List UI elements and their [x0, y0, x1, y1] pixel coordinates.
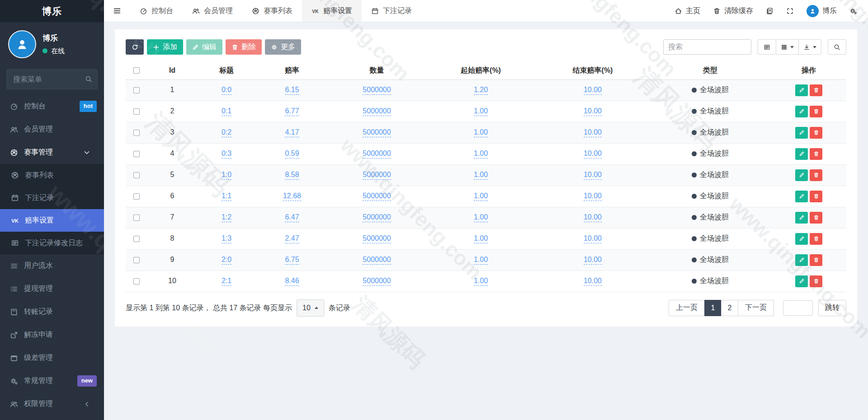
- editable-title[interactable]: 2:0: [222, 256, 231, 265]
- sidebar-item-general[interactable]: 常规管理new: [0, 369, 104, 392]
- sidebar-item-odds-settings[interactable]: 赔率设置: [0, 209, 104, 232]
- editable-odds[interactable]: 6.15: [285, 86, 299, 95]
- editable-end-odds[interactable]: 10.00: [584, 171, 602, 180]
- delete-row-button[interactable]: [810, 106, 822, 117]
- editable-end-odds[interactable]: 10.00: [584, 128, 602, 137]
- fullscreen-button[interactable]: [780, 0, 800, 22]
- user-menu[interactable]: 博乐: [800, 0, 843, 22]
- editable-title[interactable]: 0:0: [222, 86, 231, 95]
- editable-odds[interactable]: 8.58: [285, 171, 299, 180]
- tab-bet-records[interactable]: 下注记录: [362, 0, 421, 22]
- editable-start-odds[interactable]: 1.00: [474, 256, 488, 265]
- sidebar-item-console[interactable]: 控制台hot: [0, 95, 104, 118]
- sidebar-item-user-flow[interactable]: 用户流水: [0, 254, 104, 277]
- page-button-1[interactable]: 1: [704, 300, 722, 316]
- table-search-input[interactable]: [663, 39, 751, 55]
- editable-start-odds[interactable]: 1.00: [474, 107, 488, 116]
- edit-row-button[interactable]: [795, 233, 808, 245]
- search-button[interactable]: [828, 39, 846, 55]
- editable-quantity[interactable]: 5000000: [363, 149, 391, 159]
- sidebar-item-withdraw[interactable]: 提现管理: [0, 277, 104, 300]
- sidebar-item-members[interactable]: 会员管理: [0, 118, 104, 141]
- editable-end-odds[interactable]: 10.00: [584, 149, 602, 159]
- row-checkbox[interactable]: [133, 108, 140, 115]
- menu-search-input[interactable]: [6, 69, 98, 89]
- editable-start-odds[interactable]: 1.00: [474, 128, 488, 137]
- delete-row-button[interactable]: [810, 127, 822, 139]
- row-checkbox[interactable]: [133, 278, 140, 285]
- editable-title[interactable]: 0:2: [222, 128, 231, 137]
- delete-button[interactable]: 删除: [226, 39, 262, 55]
- edit-row-button[interactable]: [795, 148, 808, 160]
- delete-row-button[interactable]: [810, 233, 822, 245]
- editable-start-odds[interactable]: 1.20: [474, 86, 488, 95]
- editable-start-odds[interactable]: 1.00: [474, 277, 488, 286]
- editable-title[interactable]: 1:3: [222, 234, 231, 243]
- sidebar-toggle-button[interactable]: [104, 0, 130, 22]
- editable-start-odds[interactable]: 1.00: [474, 234, 488, 243]
- editable-end-odds[interactable]: 10.00: [584, 192, 602, 201]
- row-checkbox[interactable]: [133, 151, 140, 157]
- refresh-button[interactable]: [126, 39, 144, 55]
- editable-start-odds[interactable]: 1.00: [474, 192, 488, 201]
- sidebar-item-event-list[interactable]: 赛事列表: [0, 164, 104, 187]
- editable-quantity[interactable]: 5000000: [363, 213, 391, 222]
- editable-odds[interactable]: 6.47: [285, 213, 299, 222]
- edit-row-button[interactable]: [795, 191, 808, 202]
- sidebar-item-level[interactable]: 级差管理: [0, 346, 104, 369]
- clear-cache-link[interactable]: 清除缓存: [707, 0, 760, 22]
- row-checkbox[interactable]: [133, 257, 140, 263]
- edit-row-button[interactable]: [795, 127, 808, 139]
- next-page-button[interactable]: 下一页: [738, 300, 774, 316]
- editable-quantity[interactable]: 5000000: [363, 86, 391, 95]
- editable-quantity[interactable]: 5000000: [363, 277, 391, 286]
- editable-start-odds[interactable]: 1.00: [474, 149, 488, 159]
- editable-title[interactable]: 1:2: [222, 213, 231, 222]
- edit-row-button[interactable]: [795, 212, 808, 224]
- row-checkbox[interactable]: [133, 172, 140, 178]
- editable-title[interactable]: 1:1: [222, 192, 231, 201]
- edit-row-button[interactable]: [795, 275, 808, 287]
- editable-odds[interactable]: 6.77: [285, 107, 299, 116]
- export-button[interactable]: [798, 39, 821, 55]
- edit-row-button[interactable]: [795, 84, 808, 96]
- editable-odds[interactable]: 12.68: [283, 192, 301, 201]
- home-link[interactable]: 主页: [668, 0, 707, 22]
- add-button[interactable]: 添加: [147, 39, 183, 55]
- editable-odds[interactable]: 4.17: [285, 128, 299, 137]
- editable-end-odds[interactable]: 10.00: [584, 86, 602, 95]
- editable-quantity[interactable]: 5000000: [363, 171, 391, 180]
- user-avatar[interactable]: [8, 30, 36, 58]
- sidebar-item-events[interactable]: 赛事管理: [0, 141, 104, 164]
- editable-start-odds[interactable]: 1.00: [474, 213, 488, 222]
- tab-odds-settings[interactable]: 赔率设置: [302, 0, 362, 22]
- tab-members[interactable]: 会员管理: [183, 0, 242, 22]
- editable-end-odds[interactable]: 10.00: [584, 213, 602, 222]
- delete-row-button[interactable]: [810, 212, 822, 224]
- editable-start-odds[interactable]: 1.00: [474, 171, 488, 180]
- delete-row-button[interactable]: [810, 148, 822, 160]
- document-button[interactable]: [760, 0, 780, 22]
- delete-row-button[interactable]: [810, 254, 822, 266]
- delete-row-button[interactable]: [810, 275, 822, 287]
- tab-console[interactable]: 控制台: [130, 0, 183, 22]
- settings-button[interactable]: [843, 0, 863, 22]
- editable-end-odds[interactable]: 10.00: [584, 107, 602, 116]
- editable-quantity[interactable]: 5000000: [363, 128, 391, 137]
- delete-row-button[interactable]: [810, 191, 822, 202]
- edit-button[interactable]: 编辑: [186, 39, 222, 55]
- editable-quantity[interactable]: 5000000: [363, 256, 391, 265]
- editable-end-odds[interactable]: 10.00: [584, 277, 602, 286]
- delete-row-button[interactable]: [810, 169, 822, 181]
- editable-odds[interactable]: 2.47: [285, 234, 299, 243]
- detail-view-button[interactable]: [758, 39, 776, 55]
- more-button[interactable]: 更多: [265, 39, 301, 55]
- page-button-2[interactable]: 2: [721, 300, 738, 316]
- row-checkbox[interactable]: [133, 193, 140, 200]
- row-checkbox[interactable]: [133, 215, 140, 221]
- editable-end-odds[interactable]: 10.00: [584, 234, 602, 243]
- editable-odds[interactable]: 8.46: [285, 277, 299, 286]
- editable-end-odds[interactable]: 10.00: [584, 256, 602, 265]
- editable-title[interactable]: 1:0: [222, 171, 231, 180]
- editable-quantity[interactable]: 5000000: [363, 234, 391, 243]
